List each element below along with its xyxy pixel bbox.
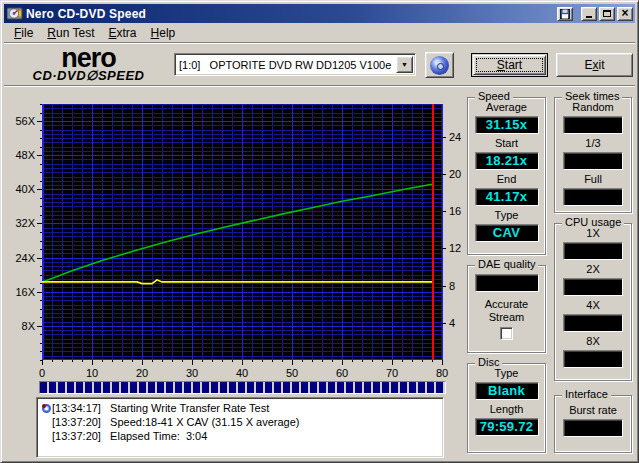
cpu-2x-label: 2X [586,263,599,276]
cpu-2x-value [563,278,623,296]
chevron-down-icon: ▼ [401,61,408,68]
y-right-tick-label: 8 [449,280,455,292]
minimize-icon [586,16,592,18]
disc-group: Disc Type Blank Length 79:59.72 [467,363,546,453]
speed-type-label: Type [495,209,519,222]
cpu-8x-label: 8X [586,335,599,348]
menu-file[interactable]: File [7,24,40,42]
close-icon: × [621,8,628,18]
log-box[interactable]: [13:34:17] Starting Write Transfer Rate … [36,397,444,458]
log-timestamp: [13:37:20] [52,415,101,429]
log-timestamp: [13:34:17] [52,401,101,415]
maximize-icon [603,10,611,17]
cd-disc-icon [430,56,449,75]
log-entry: [13:34:17] Starting Write Transfer Rate … [40,401,441,415]
y-right-tick-label: 12 [449,242,461,254]
dae-quality-group-title: DAE quality [475,258,538,270]
floppy-icon [560,9,570,19]
x-tick-label: 40 [236,367,248,379]
log-disc-icon [40,404,52,413]
y-left-tick-label: 32X [15,217,35,229]
cpu-usage-group-title: CPU usage [562,216,624,228]
x-tick-label: 10 [86,367,98,379]
cpu-usage-group: CPU usage 1X 2X 4X 8X [554,223,632,381]
speed-end-label: End [497,173,517,186]
burst-rate-label: Burst rate [569,404,617,417]
log-message: Starting Write Transfer Rate Test [101,401,269,415]
y-left-tick-label: 48X [15,149,35,161]
log-entry: [13:37:20] Speed:18-41 X CAV (31.15 X av… [40,415,441,429]
y-right-tick-label: 4 [449,317,455,329]
save-icon-button[interactable] [557,7,573,21]
disc-length-value: 79:59.72 [475,418,539,436]
seek-times-group-title: Seek times [562,90,622,102]
disc-info-button[interactable] [425,52,454,78]
seek-one-third-value [563,152,623,170]
log-message: Speed:18-41 X CAV (31.15 X average) [101,415,300,429]
seek-full-value [563,188,623,206]
x-tick-label: 30 [186,367,198,379]
cpu-8x-value [563,350,623,368]
seek-one-third-label: 1/3 [585,137,600,150]
app-icon [7,6,23,21]
y-right-tick-label: 20 [449,168,461,180]
speed-group: Speed Average 31.15x Start 18.21x End 41… [467,97,546,255]
exit-button[interactable]: Exit [556,53,633,77]
accurate-stream-label-line2: Stream [489,311,524,324]
accurate-stream-checkbox[interactable] [500,327,513,340]
x-tick-label: 0 [39,367,45,379]
accurate-stream-label-line1: Accurate [485,298,528,311]
start-button[interactable]: Start [471,53,548,77]
close-button[interactable]: × [617,7,633,21]
drive-select[interactable]: [1:0] OPTORITE DVD RW DD1205 V100e ▼ [174,53,416,76]
seek-random-label: Random [572,101,614,114]
y-left-tick-label: 40X [15,183,35,195]
dae-quality-value [475,274,539,292]
menu-run-test[interactable]: Run Test [40,24,101,42]
menu-extra[interactable]: Extra [102,24,144,42]
disc-length-label: Length [490,403,524,416]
drive-select-value: [1:0] OPTORITE DVD RW DD1205 V100e [175,59,396,71]
transfer-rate-chart: 8X16X24X32X40X48X56X48121620240102030405… [1,89,463,385]
seek-random-value [563,116,623,134]
maximize-button[interactable] [599,7,615,21]
progress-fill [40,382,445,393]
x-tick-label: 20 [136,367,148,379]
exit-button-label: Exit [584,58,604,72]
cpu-4x-label: 4X [586,299,599,312]
cd-dvd-speed-logo-text: CD·DVD∅SPEED [16,70,161,82]
cpu-4x-value [563,314,623,332]
interface-group-title: Interface [562,388,611,400]
interface-group: Interface Burst rate [554,395,632,453]
menu-bar: FileRun TestExtraHelp [4,23,635,43]
seek-times-group: Seek times Random 1/3 Full [554,97,632,213]
dae-quality-group: DAE quality Accurate Stream [467,265,546,353]
log-message: Elapsed Time: 3:04 [101,429,207,443]
y-left-tick-label: 16X [15,286,35,298]
x-tick-label: 50 [286,367,298,379]
speed-average-label: Average [486,101,527,114]
disc-group-title: Disc [475,356,502,368]
speed-start-value: 18.21x [475,152,539,170]
app-window: Nero CD-DVD Speed × FileRun TestExtraHel… [0,0,639,463]
burst-rate-value [563,419,623,437]
start-button-label: Start [497,58,522,72]
minimize-button[interactable] [581,7,597,21]
title-bar[interactable]: Nero CD-DVD Speed × [4,4,635,23]
speed-average-value: 31.15x [475,116,539,134]
disc-type-label: Type [495,367,519,380]
cpu-1x-value [563,242,623,260]
speed-start-label: Start [495,137,518,150]
speed-type-value: CAV [475,224,539,242]
x-tick-label: 60 [336,367,348,379]
drive-select-dropdown-button[interactable]: ▼ [396,56,413,73]
log-timestamp: [13:37:20] [52,429,101,443]
menu-help[interactable]: Help [144,24,183,42]
toolbar: nero CD·DVD∅SPEED [1:0] OPTORITE DVD RW … [4,44,635,86]
disc-type-value: Blank [475,382,539,400]
test-progress-bar [39,381,446,394]
window-title: Nero CD-DVD Speed [26,7,555,21]
seek-full-label: Full [584,173,602,186]
x-tick-label: 80 [436,367,448,379]
y-left-tick-label: 8X [22,320,36,332]
